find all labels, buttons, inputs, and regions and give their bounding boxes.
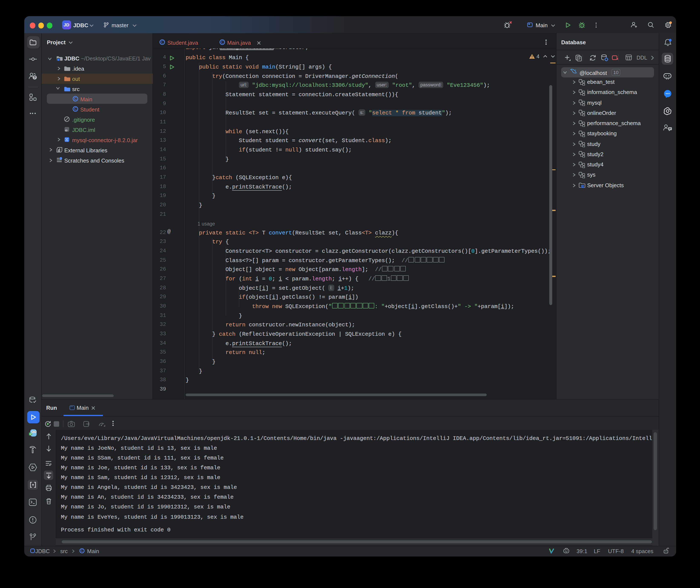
- svg-text:?: ?: [34, 76, 36, 79]
- svg-text:C: C: [81, 549, 83, 553]
